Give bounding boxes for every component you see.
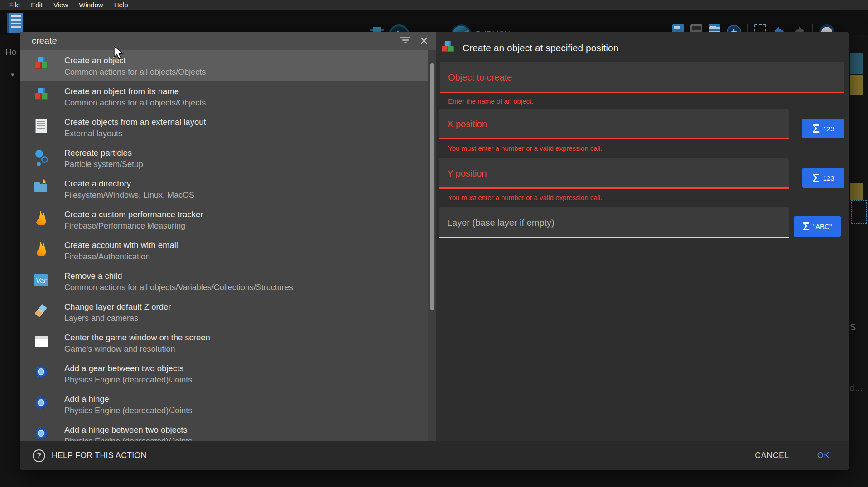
layer-field[interactable]: Layer (base layer if empty) xyxy=(439,207,789,238)
physics-gear-icon xyxy=(34,364,50,381)
project-manager-icon[interactable] xyxy=(7,13,23,33)
cancel-button[interactable]: CANCEL xyxy=(755,451,789,460)
list-item-performance-tracker[interactable]: Create a custom performance tracker Fire… xyxy=(20,204,428,235)
list-item-remove-a-child[interactable]: Var Remove a child Common actions for al… xyxy=(20,266,428,296)
objects-cubes-icon xyxy=(441,41,455,55)
list-scrollbar-track[interactable] xyxy=(428,50,436,441)
objects-cubes-icon xyxy=(34,87,50,104)
firebase-flame-icon xyxy=(34,241,50,258)
filter-icon[interactable] xyxy=(400,37,411,45)
layer-label: Layer (base layer if empty) xyxy=(447,207,555,238)
sigma-icon: Σ xyxy=(812,172,819,184)
layer-expression-button[interactable]: Σ "ABC" xyxy=(794,216,841,237)
main-toolbar: PREVIEW PUBLISH + xyxy=(0,10,868,35)
list-item-recreate-particles[interactable]: Recreate particles Particle system/Setup xyxy=(20,143,428,173)
action-parameters-panel: Create an object at specified position O… xyxy=(436,32,849,441)
physics-gear-icon xyxy=(34,426,50,441)
dialog-footer: ? HELP FOR THIS ACTION CANCEL OK xyxy=(20,441,849,470)
background-object-thumb-olive xyxy=(850,75,863,95)
list-item-create-directory[interactable]: ★ Create a directory Filesystem/Windows,… xyxy=(20,173,428,204)
x-position-label: X position xyxy=(447,109,487,139)
ok-button[interactable]: OK xyxy=(817,451,829,460)
object-field-error: Enter the name of an object. xyxy=(448,97,533,105)
list-item-create-from-name[interactable]: Create an object from its name Common ac… xyxy=(20,81,428,112)
window-icon xyxy=(34,334,50,350)
menu-window[interactable]: Window xyxy=(73,0,108,10)
sigma-icon: Σ xyxy=(803,221,810,232)
objects-cubes-icon xyxy=(34,57,50,73)
list-item-change-z-order[interactable]: Change layer default Z order Layers and … xyxy=(20,296,428,327)
document-table-icon xyxy=(34,118,50,134)
background-selection-outline xyxy=(851,200,867,224)
sigma-icon: Σ xyxy=(812,123,819,134)
x-position-field[interactable]: X position xyxy=(439,109,789,139)
close-icon[interactable]: ✕ xyxy=(418,34,430,47)
list-item-center-game-window[interactable]: Center the game window on the screen Gam… xyxy=(20,327,428,358)
list-item-create-an-object[interactable]: Create an object Common actions for all … xyxy=(20,50,428,81)
menu-edit[interactable]: Edit xyxy=(25,0,48,10)
variable-badge-icon: Var xyxy=(34,272,50,288)
help-icon[interactable]: ? xyxy=(33,449,45,462)
list-item-create-account-email[interactable]: Create account with with email Firebase/… xyxy=(20,235,428,266)
help-for-action-button[interactable]: HELP FOR THIS ACTION xyxy=(52,451,147,460)
menu-bar: File Edit View Window Help xyxy=(0,0,868,10)
background-object-thumb-olive xyxy=(850,183,863,200)
background-tab-fragment: Ho xyxy=(5,47,16,57)
menu-file[interactable]: File xyxy=(4,0,25,10)
background-text-fragment: d... xyxy=(849,382,863,393)
list-item-add-gear[interactable]: Add a gear between two objects Physics E… xyxy=(20,358,428,389)
y-expression-button[interactable]: Σ 123 xyxy=(802,168,844,188)
firebase-flame-icon xyxy=(34,210,50,227)
mouse-cursor xyxy=(113,46,124,60)
list-item-add-hinge-two-objects[interactable]: Add a hinge between two objects Physics … xyxy=(20,420,428,441)
instruction-editor-dialog: ✕ Create an object Common actions for al… xyxy=(20,32,849,470)
list-item-external-layout[interactable]: Create objects from an external layout E… xyxy=(20,112,428,143)
list-scrollbar-thumb[interactable] xyxy=(430,63,434,310)
list-item-add-hinge[interactable]: Add a hinge Physics Engine (deprecated)/… xyxy=(20,389,428,420)
gdevelop-window: File Edit View Window Help PREVIEW PUBLI… xyxy=(0,0,868,487)
object-to-create-field[interactable]: Object to create xyxy=(440,62,844,93)
y-position-field[interactable]: Y position xyxy=(439,158,789,189)
item-subtitle: Common actions for all objects/Objects xyxy=(64,67,206,76)
search-bar: ✕ xyxy=(20,32,436,50)
background-object-thumb-teal xyxy=(850,53,863,74)
background-text-fragment: s xyxy=(850,320,856,334)
action-search-panel: ✕ Create an object Common actions for al… xyxy=(20,32,436,441)
action-header: Create an object at specified position xyxy=(440,40,618,56)
x-expression-button[interactable]: Σ 123 xyxy=(802,119,844,138)
object-to-create-label: Object to create xyxy=(448,62,512,93)
y-position-label: Y position xyxy=(447,158,487,189)
action-list: Create an object Common actions for all … xyxy=(20,50,428,441)
eraser-icon xyxy=(34,303,50,319)
x-field-error: You must enter a number or a valid expre… xyxy=(448,144,602,152)
chevron-down-icon: ▾ xyxy=(11,71,14,79)
menu-help[interactable]: Help xyxy=(109,0,134,10)
physics-gear-icon xyxy=(34,395,50,411)
y-field-error: You must enter a number or a valid expre… xyxy=(448,194,602,201)
action-title: Create an object at specified position xyxy=(463,43,618,53)
folder-star-icon: ★ xyxy=(34,180,50,196)
action-search-input[interactable] xyxy=(32,32,381,50)
menu-view[interactable]: View xyxy=(48,0,73,10)
particles-icon xyxy=(34,149,50,165)
